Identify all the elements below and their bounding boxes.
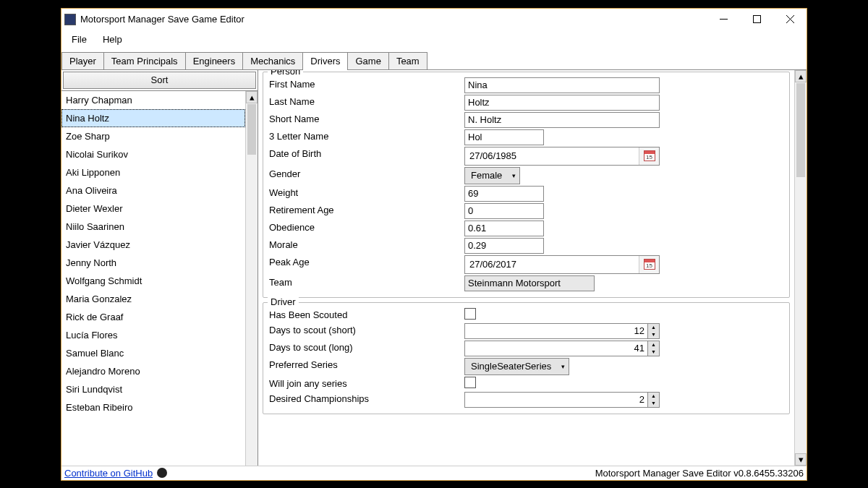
version-label: Motorsport Manager Save Editor v0.8.6455… [595,468,804,479]
list-item[interactable]: Alejandro Moreno [61,362,245,380]
sort-button[interactable]: Sort [63,72,256,89]
label-will-join-any: Will join any series [269,377,464,390]
label-peak-age: Peak Age [269,255,464,274]
scroll-down-icon[interactable]: ▾ [795,453,807,466]
retirement-age-field[interactable] [464,203,544,219]
list-item[interactable]: Javier Vázquez [61,236,245,254]
window: Motorsport Manager Save Game Editor File… [61,8,807,481]
list-item[interactable]: Zoe Sharp [61,127,245,145]
spinner-up-icon[interactable]: ▲ [648,341,659,348]
will-join-any-checkbox[interactable] [464,377,476,388]
days-scout-long-value: 41 [465,341,647,356]
list-item[interactable]: Niilo Saarinen [61,218,245,236]
minimize-button[interactable] [707,9,740,30]
scroll-thumb[interactable] [796,83,805,177]
app-icon [64,14,76,25]
left-column: Sort Harry ChapmanNina HoltzZoe SharpNic… [61,70,258,466]
titlebar: Motorsport Manager Save Game Editor [61,9,807,30]
person-group: Person First Name Last Name Short Name 3… [263,72,790,298]
driver-group-label: Driver [268,296,299,307]
tab-team-principals[interactable]: Team Principals [103,52,186,69]
desired-championships-value: 2 [465,393,647,407]
list-item[interactable]: Dieter Wexler [61,200,245,218]
dob-calendar-button[interactable] [639,147,659,165]
tab-mechanics[interactable]: Mechanics [242,52,303,69]
spinner-up-icon[interactable]: ▲ [648,393,659,400]
label-days-scout-short: Days to scout (short) [269,323,464,339]
list-item[interactable]: Nina Holtz [61,109,245,127]
window-title: Motorsport Manager Save Game Editor [80,14,707,25]
tab-drivers[interactable]: Drivers [302,52,348,69]
list-item[interactable]: Samuel Blanc [61,344,245,362]
chevron-down-icon: ▾ [508,172,519,179]
label-last-name: Last Name [269,95,464,111]
gender-value: Female [465,170,508,181]
team-field [464,275,595,291]
three-letter-field[interactable] [464,129,544,145]
list-item[interactable]: Maria Gonzalez [61,290,245,308]
has-been-scouted-checkbox[interactable] [464,308,476,320]
tab-player[interactable]: Player [61,52,104,69]
panel-scrollbar[interactable]: ▴ ▾ [794,70,807,466]
days-scout-short-spinner[interactable]: 12 ▲▼ [464,323,660,339]
list-item[interactable]: Lucía Flores [61,326,245,344]
contribute-link[interactable]: Contribute on GitHub [64,468,153,479]
github-icon[interactable] [157,468,167,478]
list-scrollbar[interactable]: ▴ [245,91,258,466]
menubar: File Help [61,30,807,49]
list-item[interactable]: Harry Chapman [61,91,245,109]
driver-list[interactable]: Harry ChapmanNina HoltzZoe SharpNicolai … [61,91,245,466]
tabstrip: Player Team Principals Engineers Mechani… [61,52,807,70]
weight-field[interactable] [464,186,544,202]
scroll-thumb[interactable] [247,104,256,155]
list-item[interactable]: Siri Lundqvist [61,380,245,398]
label-gender: Gender [269,167,464,184]
list-item[interactable]: Esteban Ribeiro [61,398,245,416]
morale-field[interactable] [464,238,544,254]
preferred-series-dropdown[interactable]: SingleSeaterSeries ▾ [464,358,569,375]
peak-age-field[interactable]: 27/06/2017 [464,255,660,274]
tab-team[interactable]: Team [388,52,427,69]
label-dob: Date of Birth [269,147,464,166]
dob-field[interactable]: 27/06/1985 [464,147,660,166]
label-preferred-series: Preferred Series [269,358,464,375]
label-obedience: Obedience [269,221,464,236]
label-first-name: First Name [269,77,464,93]
spinner-up-icon[interactable]: ▲ [648,324,659,331]
label-short-name: Short Name [269,112,464,128]
menu-file[interactable]: File [64,31,94,48]
maximize-button[interactable] [740,9,773,30]
short-name-field[interactable] [464,112,660,128]
menu-help[interactable]: Help [95,31,129,48]
peak-age-calendar-button[interactable] [639,256,659,273]
statusbar: Contribute on GitHub Motorsport Manager … [61,466,807,480]
last-name-field[interactable] [464,95,660,111]
label-three-letter: 3 Letter Name [269,129,464,145]
list-item[interactable]: Rick de Graaf [61,308,245,326]
scroll-up-icon[interactable]: ▴ [795,70,807,82]
list-item[interactable]: Ana Oliveira [61,181,245,200]
list-item[interactable]: Jenny North [61,254,245,272]
label-retirement-age: Retirement Age [269,203,464,219]
dob-value: 27/06/1985 [465,150,639,161]
label-has-been-scouted: Has Been Scouted [269,308,464,322]
tab-engineers[interactable]: Engineers [185,52,244,69]
days-scout-long-spinner[interactable]: 41 ▲▼ [464,341,660,356]
chevron-down-icon: ▾ [557,363,569,370]
first-name-field[interactable] [464,77,660,93]
list-item[interactable]: Aki Lipponen [61,163,245,181]
desired-championships-spinner[interactable]: 2 ▲▼ [464,392,660,408]
spinner-down-icon[interactable]: ▼ [648,331,659,338]
calendar-icon [644,150,655,161]
gender-dropdown[interactable]: Female ▾ [464,167,520,184]
spinner-down-icon[interactable]: ▼ [648,348,659,356]
list-item[interactable]: Nicolai Surikov [61,145,245,163]
scroll-up-icon[interactable]: ▴ [246,91,258,103]
close-button[interactable] [773,9,807,30]
spinner-down-icon[interactable]: ▼ [648,400,659,407]
list-item[interactable]: Wolfgang Schmidt [61,272,245,290]
calendar-icon [644,259,655,270]
tab-game[interactable]: Game [347,52,388,69]
main-area: Sort Harry ChapmanNina HoltzZoe SharpNic… [61,70,807,466]
obedience-field[interactable] [464,221,544,236]
